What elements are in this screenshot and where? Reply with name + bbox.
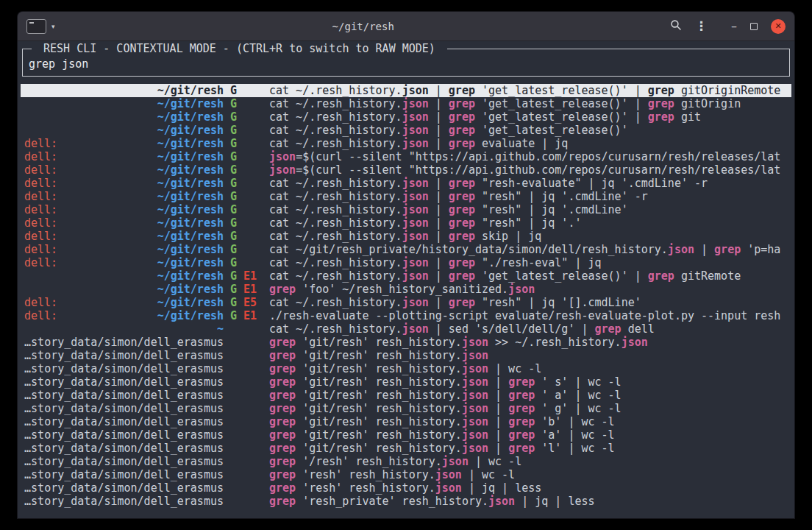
- history-row[interactable]: dell:~/git/reshGcat ~/.resh_history.json…: [21, 190, 791, 203]
- menu-button[interactable]: ⋮: [695, 20, 708, 32]
- search-icon: [670, 19, 682, 33]
- row-command: grep 'git/resh' resh_history.json | grep…: [269, 415, 791, 428]
- query-match: json: [402, 269, 429, 283]
- query-match: json: [402, 177, 429, 190]
- history-row[interactable]: …story_data/simon/dell_erasmusgrep 'git/…: [21, 428, 791, 442]
- row-host: [21, 97, 146, 110]
- history-row[interactable]: …story_data/simon/dell_erasmusgrep 'git/…: [21, 415, 791, 428]
- history-row[interactable]: ~/git/reshGcat ~/.resh_history.json | gr…: [21, 110, 791, 124]
- search-button[interactable]: [670, 19, 682, 33]
- history-row[interactable]: dell:~/git/reshGcat ~/git/resh_private/h…: [21, 243, 791, 256]
- history-row[interactable]: ~/git/reshGE1grep 'foo' ~/resh_history_s…: [21, 283, 791, 296]
- row-directory: ~/git/resh: [146, 309, 224, 322]
- query-match: grep: [269, 375, 296, 389]
- history-row[interactable]: dell:~/git/reshGjson=$(curl --silent "ht…: [21, 163, 791, 177]
- new-terminal-button[interactable]: [26, 19, 46, 34]
- row-host: dell:: [21, 230, 146, 243]
- row-flags: [224, 402, 269, 415]
- history-row[interactable]: ~/git/reshGcat ~/.resh_history.json | gr…: [21, 84, 791, 97]
- history-row[interactable]: dell:~/git/reshGcat ~/.resh_history.json…: [21, 230, 791, 243]
- history-row[interactable]: …story_data/simon/dell_erasmusgrep 'git/…: [21, 375, 791, 389]
- history-row[interactable]: …story_data/simon/dell_erasmusgrep 'git/…: [21, 389, 791, 402]
- history-row[interactable]: dell:~/git/reshGcat ~/.resh_history.json…: [21, 137, 791, 150]
- query-match: json: [402, 97, 429, 110]
- history-row[interactable]: ~cat ~/.resh_history.json | sed 's/dell/…: [21, 322, 791, 336]
- row-flags: G: [224, 190, 269, 203]
- query-match: json: [402, 190, 429, 203]
- chevron-down-icon[interactable]: ▾: [50, 21, 57, 32]
- git-flag: G: [230, 269, 237, 283]
- row-command: cat ~/.resh_history.json | grep evaluate…: [269, 137, 791, 150]
- history-row[interactable]: dell:~/git/reshGE1./resh-evaluate --plot…: [21, 309, 791, 322]
- query-match: json: [402, 110, 429, 124]
- row-command: grep 'git/resh' resh_history.json: [269, 349, 791, 362]
- query-match: json: [435, 481, 462, 495]
- query-match: json: [402, 203, 429, 216]
- row-flags: G: [224, 216, 269, 230]
- history-row[interactable]: …story_data/simon/dell_erasmusgrep 'resh…: [21, 495, 791, 508]
- query-match: grep: [269, 336, 296, 349]
- history-row[interactable]: …story_data/simon/dell_erasmusgrep 'git/…: [21, 336, 791, 349]
- history-row[interactable]: dell:~/git/reshGjson=$(curl --silent "ht…: [21, 150, 791, 163]
- query-match: grep: [449, 84, 475, 97]
- history-row[interactable]: …story_data/simon/dell_erasmusgrep '/res…: [21, 455, 791, 468]
- history-row[interactable]: …story_data/simon/dell_erasmusgrep 'git/…: [21, 349, 791, 362]
- row-host: dell:: [21, 203, 146, 216]
- row-flags: [224, 375, 269, 389]
- row-directory: ~/git/resh: [146, 269, 224, 283]
- query-match: grep: [648, 110, 674, 124]
- row-command: grep 'git/resh' resh_history.json | wc -…: [269, 362, 791, 375]
- row-flags: [224, 442, 269, 455]
- row-path: …story_data/simon/dell_erasmus: [21, 336, 224, 349]
- history-row[interactable]: dell:~/git/reshGcat ~/.resh_history.json…: [21, 177, 791, 190]
- minimize-button[interactable]: –: [731, 21, 737, 32]
- history-row[interactable]: …story_data/simon/dell_erasmusgrep 'git/…: [21, 402, 791, 415]
- git-flag: G: [230, 110, 237, 124]
- history-row[interactable]: dell:~/git/reshGcat ~/.resh_history.json…: [21, 216, 791, 230]
- git-flag: G: [230, 163, 237, 177]
- row-command: cat ~/.resh_history.json | grep skip | j…: [269, 230, 791, 243]
- history-row[interactable]: dell:~/git/reshGE5cat ~/.resh_history.js…: [21, 296, 791, 309]
- row-flags: [224, 322, 269, 336]
- row-command: grep 'resh' resh_history.json | wc -l: [269, 468, 791, 481]
- history-row[interactable]: ~/git/reshGcat ~/.resh_history.json | gr…: [21, 124, 791, 137]
- row-command: grep 'resh_private' resh_history.json | …: [269, 495, 791, 508]
- row-directory: ~/git/resh: [146, 137, 224, 150]
- query-match: json: [402, 216, 429, 230]
- query-match: json: [402, 124, 429, 137]
- row-flags: [224, 468, 269, 481]
- history-row[interactable]: …story_data/simon/dell_erasmusgrep 'git/…: [21, 362, 791, 375]
- query-match: grep: [269, 455, 296, 468]
- query-match: json: [269, 163, 296, 177]
- history-row[interactable]: dell:~/git/reshGcat ~/.resh_history.json…: [21, 203, 791, 216]
- git-flag: G: [230, 124, 237, 137]
- query-match: json: [462, 442, 488, 455]
- row-path: …story_data/simon/dell_erasmus: [21, 455, 224, 468]
- query-match: json: [402, 137, 429, 150]
- titlebar-right-group: ⋮ – ✕: [670, 19, 786, 34]
- history-row[interactable]: ~/git/reshGcat ~/.resh_history.json | gr…: [21, 97, 791, 110]
- row-path: …story_data/simon/dell_erasmus: [21, 415, 224, 428]
- history-row[interactable]: …story_data/simon/dell_erasmusgrep 'resh…: [21, 468, 791, 481]
- row-path: …story_data/simon/dell_erasmus: [21, 442, 224, 455]
- exit-status-flag: E5: [243, 296, 257, 309]
- row-flags: G: [224, 163, 269, 177]
- history-list: ~/git/reshGcat ~/.resh_history.json | gr…: [21, 84, 791, 508]
- query-match: json: [435, 468, 462, 481]
- history-row[interactable]: …story_data/simon/dell_erasmusgrep 'git/…: [21, 442, 791, 455]
- history-row[interactable]: ~/git/reshGE1cat ~/.resh_history.json | …: [21, 269, 791, 283]
- restore-button[interactable]: [750, 23, 758, 30]
- row-flags: [224, 481, 269, 495]
- history-row[interactable]: …story_data/simon/dell_erasmusgrep 'resh…: [21, 481, 791, 495]
- close-button[interactable]: ✕: [771, 19, 786, 34]
- git-flag: G: [230, 137, 237, 150]
- history-row[interactable]: dell:~/git/reshGcat ~/.resh_history.json…: [21, 256, 791, 269]
- search-query-input[interactable]: grep json: [29, 57, 783, 71]
- row-command: grep 'resh' resh_history.json | jq | les…: [269, 481, 791, 495]
- titlebar[interactable]: ▾ ~/git/resh ⋮ – ✕: [18, 12, 794, 41]
- query-match: grep: [595, 322, 622, 336]
- row-command: json=$(curl --silent "https://api.github…: [269, 163, 791, 177]
- minimize-icon: –: [731, 21, 737, 32]
- row-command: cat ~/.resh_history.json | grep "resh" |…: [269, 190, 791, 203]
- row-host: dell:: [21, 177, 146, 190]
